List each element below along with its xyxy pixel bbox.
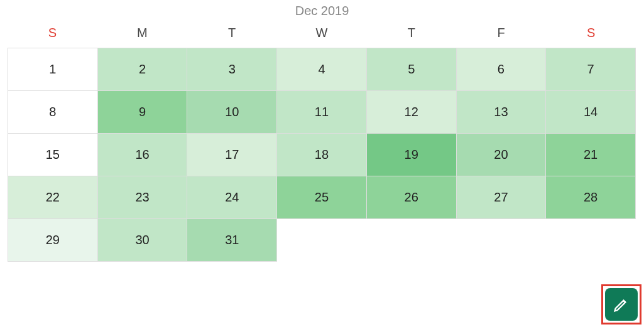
day-cell[interactable]: 2 — [98, 48, 188, 91]
weekday-wednesday: W — [277, 26, 367, 40]
day-number: 28 — [584, 190, 598, 205]
day-cell[interactable]: 17 — [187, 134, 277, 176]
day-number: 30 — [135, 233, 149, 247]
day-cell[interactable]: 11 — [277, 91, 367, 134]
day-number: 26 — [405, 190, 418, 205]
day-number: 19 — [405, 147, 418, 162]
day-cell[interactable]: 6 — [457, 48, 547, 91]
weekday-sunday: S — [8, 26, 97, 40]
weekday-thursday: T — [366, 26, 456, 40]
day-cell[interactable]: 28 — [546, 176, 636, 219]
day-number: 4 — [318, 62, 325, 77]
day-number: 13 — [494, 105, 508, 119]
day-number: 1 — [49, 62, 56, 77]
day-number: 24 — [225, 190, 239, 205]
weekday-tuesday: T — [187, 26, 277, 40]
day-cell[interactable]: 25 — [277, 176, 367, 219]
day-number: 8 — [49, 105, 56, 119]
day-cell[interactable]: 30 — [98, 219, 188, 262]
day-number: 22 — [46, 190, 60, 205]
day-cell[interactable]: 29 — [8, 219, 98, 262]
day-number: 17 — [225, 147, 239, 162]
day-number: 9 — [139, 105, 146, 119]
day-cell[interactable]: 26 — [367, 176, 457, 219]
day-cell[interactable]: 16 — [98, 134, 188, 176]
day-number: 29 — [46, 233, 60, 247]
day-number: 3 — [229, 62, 236, 77]
day-cell[interactable]: 19 — [367, 134, 457, 176]
day-number: 23 — [135, 190, 149, 205]
weekday-monday: M — [97, 26, 187, 40]
day-cell[interactable]: 1 — [8, 48, 98, 91]
day-number: 12 — [405, 105, 418, 119]
day-number: 11 — [315, 105, 329, 119]
day-cell[interactable]: 7 — [546, 48, 636, 91]
day-cell[interactable]: 12 — [367, 91, 457, 134]
day-number: 6 — [498, 62, 505, 77]
day-cell[interactable]: 4 — [277, 48, 367, 91]
day-number: 16 — [135, 147, 149, 162]
day-cell[interactable]: 14 — [546, 91, 636, 134]
day-cell[interactable]: 15 — [8, 134, 98, 176]
day-number: 21 — [584, 147, 598, 162]
day-cell[interactable]: 22 — [8, 176, 98, 219]
calendar: S M T W T F S 12345678910111213141516171… — [8, 26, 636, 262]
pencil-icon — [613, 296, 630, 313]
day-number: 14 — [584, 105, 598, 119]
day-cell[interactable]: 3 — [187, 48, 277, 91]
day-cell[interactable]: 9 — [98, 91, 188, 134]
day-number: 18 — [315, 147, 329, 162]
day-number: 20 — [494, 147, 508, 162]
weekday-saturday: S — [546, 26, 636, 40]
day-number: 15 — [46, 147, 60, 162]
day-cell[interactable]: 23 — [98, 176, 188, 219]
day-cell[interactable]: 20 — [457, 134, 547, 176]
day-cell[interactable]: 13 — [457, 91, 547, 134]
day-number: 5 — [408, 62, 415, 77]
weekday-header: S M T W T F S — [8, 26, 636, 40]
day-cell[interactable]: 18 — [277, 134, 367, 176]
day-cell[interactable]: 31 — [187, 219, 277, 262]
day-cell[interactable]: 10 — [187, 91, 277, 134]
day-number: 2 — [139, 62, 146, 77]
day-cell[interactable]: 21 — [546, 134, 636, 176]
day-number: 10 — [225, 105, 239, 119]
day-number: 25 — [315, 190, 329, 205]
day-number: 31 — [225, 233, 239, 247]
day-cell[interactable]: 27 — [457, 176, 547, 219]
day-cell[interactable]: 8 — [8, 91, 98, 134]
month-title: Dec 2019 — [0, 0, 644, 26]
day-cell[interactable]: 24 — [187, 176, 277, 219]
days-grid: 1234567891011121314151617181920212223242… — [8, 48, 636, 262]
edit-button[interactable] — [605, 288, 638, 321]
weekday-friday: F — [456, 26, 546, 40]
day-number: 7 — [587, 62, 594, 77]
day-number: 27 — [494, 190, 508, 205]
edit-fab-highlight — [601, 284, 641, 324]
day-cell[interactable]: 5 — [367, 48, 457, 91]
